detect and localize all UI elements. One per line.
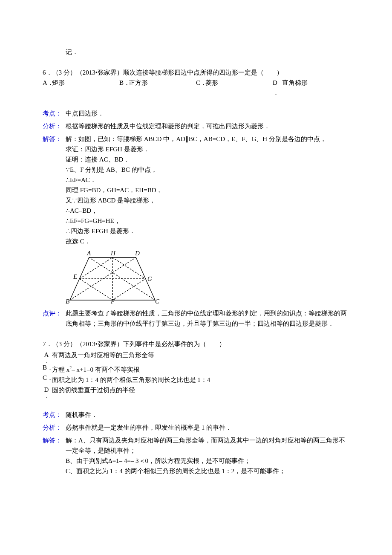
option-label-B: B．	[119, 78, 129, 88]
q7-option-D: D． 圆的切线垂直于过切点的半径	[43, 385, 349, 399]
trapezoid-diagram-icon: A H D E G B F C	[66, 249, 159, 304]
q6-jd-line: 证明：连接 AC、BD．	[66, 154, 349, 165]
q7-jieda: 解：A、只有两边及夹角对应相等的两三角形全等，而两边及其中一边的对角对应相等的两…	[66, 435, 349, 476]
q7-jd-line: 解：A、只有两边及夹角对应相等的两三角形全等，而两边及其中一边的对角对应相等的两…	[66, 435, 349, 456]
option-label-C: C．	[43, 375, 50, 381]
option-text-C: 面积之比为 1：4 的两个相似三角形的周长之比也是 1：4	[50, 375, 349, 385]
option-text-A: 矩形	[52, 78, 65, 88]
q7-kaodian-label: 考点：	[43, 410, 66, 420]
q6-jd-line: 求证：四边形 EFGH 是菱形．	[66, 144, 349, 154]
q6-jd-line: 故选 C．	[66, 236, 349, 246]
q6-jd-line: ∴四边形 EFGH 是菱形．	[66, 226, 349, 236]
q6-option-C: C． 菱形	[196, 78, 273, 98]
q6-option-B: B． 正方形	[119, 78, 196, 98]
option-label-C: C．	[196, 78, 205, 88]
q6-stem: 6．（3 分）（2013•张家界）顺次连接等腰梯形四边中点所得的四边形一定是（ …	[43, 67, 349, 78]
q6-kaodian: 中点四边形．	[66, 108, 349, 119]
label-C: C	[155, 298, 159, 304]
label-E: E	[73, 273, 77, 280]
q6-jd-line: 同理 FG=BD，GH=AC，EH=BD，	[66, 185, 349, 195]
q6-kaodian-label: 考点：	[43, 108, 66, 119]
option-text-C: 菱形	[205, 78, 218, 88]
q7-kaodian: 随机事件．	[66, 410, 349, 420]
option-text-A: 有两边及一角对应相等的三角形全等	[50, 350, 349, 360]
q6-jd-line: ∴EF=AC．	[66, 175, 349, 185]
q6-options: A． 矩形 B． 正方形 C． 菱形 D． 直角梯形	[43, 78, 349, 98]
label-G: G	[147, 275, 152, 282]
q6-jieda: 解：如图，已知：等腰梯形 ABCD 中，AD∥BC，AB=CD，E、F、G、H …	[66, 134, 349, 246]
label-A: A	[86, 250, 91, 257]
label-H: H	[110, 250, 116, 257]
label-F: F	[110, 298, 115, 304]
option-text-B: 方程 x2– x+1=0 有两个不等实根	[50, 364, 349, 375]
prev-tail: 记．	[43, 47, 349, 57]
q6-jd-line: ∵E、F 分别是 AB、BC 的中点，	[66, 165, 349, 175]
option-text-D: 圆的切线垂直于过切点的半径	[50, 385, 349, 395]
q7-option-A: A． 有两边及一角对应相等的三角形全等	[43, 350, 349, 364]
q6-fenxi: 根据等腰梯形的性质及中位线定理和菱形的判定，可推出四边形为菱形．	[66, 121, 349, 131]
q6-jd-line: ∴EF=FG=GH=HE，	[66, 216, 349, 226]
q7-jd-line: C、面积之比为 1：4 的两个相似三角形的周长之比也是 1：2，是不可能事件；	[66, 466, 349, 476]
q7-jieda-label: 解答：	[43, 435, 66, 476]
q6-jd-line: 解：如图，已知：等腰梯形 ABCD 中，AD∥BC，AB=CD，E、F、G、H …	[66, 134, 349, 144]
q6-option-A: A． 矩形	[43, 78, 119, 98]
q6-option-D: D． 直角梯形	[273, 78, 349, 98]
option-label-B: B．	[43, 364, 50, 371]
q6-jd-line: ∴AC=BD，	[66, 205, 349, 216]
option-label-D: D．	[273, 78, 282, 98]
q6-dianping-label: 点评：	[43, 308, 66, 329]
option-label-D: D．	[43, 385, 50, 399]
option-text-D: 直角梯形	[282, 78, 308, 88]
q7-fenxi-label: 分析：	[43, 422, 66, 433]
q7-option-C: C． 面积之比为 1：4 的两个相似三角形的周长之比也是 1：4	[43, 375, 349, 385]
q6-jieda-label: 解答：	[43, 134, 66, 246]
option-label-A: A．	[43, 350, 50, 364]
q6-dianping: 此题主要考查了等腰梯形的性质，三角形的中位线定理和菱形的判定．用到的知识点：等腰…	[66, 308, 349, 329]
q6-fenxi-label: 分析：	[43, 121, 66, 131]
option-label-A: A．	[43, 78, 52, 88]
q6-jd-line: 又∵四边形 ABCD 是等腰梯形，	[66, 195, 349, 205]
q7-fenxi: 必然事件就是一定发生的事件，即发生的概率是 1 的事件．	[66, 422, 349, 433]
q6-figure: A H D E G B F C	[43, 249, 349, 307]
q7-options: A． 有两边及一角对应相等的三角形全等 B． 方程 x2– x+1=0 有两个不…	[43, 350, 349, 399]
label-B: B	[66, 298, 69, 304]
q7-jd-line: B、由于判别式Δ=1– 4=– 3＜0，所以方程无实根，是不可能事件；	[66, 456, 349, 466]
option-text-B: 正方形	[129, 78, 148, 88]
label-D: D	[135, 250, 140, 257]
q7-option-B: B． 方程 x2– x+1=0 有两个不等实根	[43, 364, 349, 375]
q7-stem: 7．（3 分）（2013•张家界）下列事件中是必然事件的为（ ）	[43, 339, 349, 349]
